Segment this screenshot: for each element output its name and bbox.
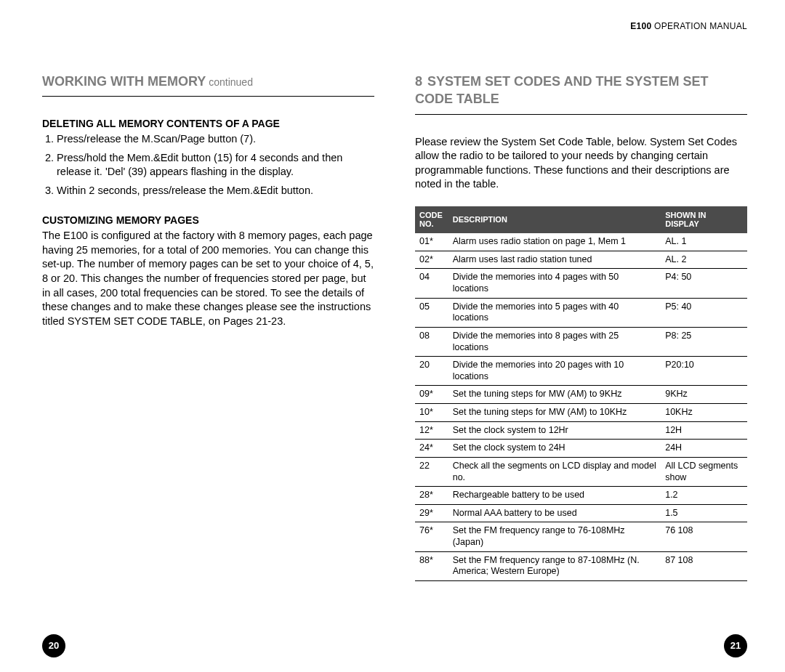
columns: WORKING WITH MEMORY continued DELETING A… bbox=[42, 73, 747, 581]
cell-disp: 9KHz bbox=[661, 386, 747, 404]
cell-disp: 12H bbox=[661, 421, 747, 440]
cell-disp: P8: 25 bbox=[661, 327, 747, 356]
cell-code: 24* bbox=[415, 440, 448, 458]
table-row: 22Check all the segments on LCD display … bbox=[415, 457, 747, 486]
cell-desc: Set the tuning steps for MW (AM) to 10KH… bbox=[448, 404, 661, 422]
cell-code: 01* bbox=[415, 233, 448, 251]
cell-code: 08 bbox=[415, 327, 448, 356]
table-row: 12*Set the clock system to 12Hr12H bbox=[415, 421, 747, 440]
page-number-right: 21 bbox=[724, 634, 747, 657]
table-row: 01*Alarm uses radio station on page 1, M… bbox=[415, 233, 747, 251]
table-row: 88*Set the FM frequency range to 87-108M… bbox=[415, 551, 747, 580]
table-row: 28*Rechargeable battery to be used1.2 bbox=[415, 487, 747, 505]
table-row: 09*Set the tuning steps for MW (AM) to 9… bbox=[415, 386, 747, 404]
cell-disp: AL. 1 bbox=[661, 233, 747, 251]
cell-code: 28* bbox=[415, 487, 448, 505]
right-heading-main: SYSTEM SET CODES AND THE SYSTEM SET CODE… bbox=[415, 74, 708, 106]
cell-disp: P20:10 bbox=[661, 357, 747, 386]
cell-desc: Alarm uses last radio station tuned bbox=[448, 251, 661, 269]
subhead-customize: CUSTOMIZING MEMORY PAGES bbox=[42, 214, 374, 227]
delete-steps: Press/release the M.Scan/Page button (7)… bbox=[42, 132, 374, 198]
page-number-left: 20 bbox=[42, 634, 65, 657]
cell-code: 22 bbox=[415, 457, 448, 486]
th-disp: SHOWN IN DISPLAY bbox=[661, 206, 747, 233]
delete-step-3: Within 2 seconds, press/release the Mem.… bbox=[57, 184, 374, 198]
table-row: 20Divide the memories into 20 pages with… bbox=[415, 357, 747, 386]
cell-disp: AL. 2 bbox=[661, 251, 747, 269]
para-customize: The E100 is configured at the factory wi… bbox=[42, 229, 374, 328]
cell-code: 88* bbox=[415, 551, 448, 580]
cell-desc: Check all the segments on LCD display an… bbox=[448, 457, 661, 486]
cell-desc: Set the tuning steps for MW (AM) to 9KHz bbox=[448, 386, 661, 404]
cell-code: 29* bbox=[415, 504, 448, 522]
cell-desc: Rechargeable battery to be used bbox=[448, 487, 661, 505]
table-row: 24*Set the clock system to 24H24H bbox=[415, 440, 747, 458]
table-row: 10*Set the tuning steps for MW (AM) to 1… bbox=[415, 404, 747, 422]
cell-code: 05 bbox=[415, 298, 448, 327]
cell-desc: Set the clock system to 24H bbox=[448, 440, 661, 458]
cell-disp: 87 108 bbox=[661, 551, 747, 580]
cell-code: 20 bbox=[415, 357, 448, 386]
table-row: 29*Normal AAA battery to be used1.5 bbox=[415, 504, 747, 522]
subhead-delete: DELETING ALL MEMORY CONTENTS OF A PAGE bbox=[42, 117, 374, 131]
cell-desc: Set the FM frequency range to 76-108MHz … bbox=[448, 522, 661, 551]
header-line: E100 OPERATION MANUAL bbox=[630, 20, 747, 32]
table-row: 76*Set the FM frequency range to 76-108M… bbox=[415, 522, 747, 551]
cell-code: 02* bbox=[415, 251, 448, 269]
delete-step-1: Press/release the M.Scan/Page button (7)… bbox=[57, 132, 374, 147]
cell-desc: Set the FM frequency range to 87-108MHz … bbox=[448, 551, 661, 580]
table-row: 08Divide the memories into 8 pages with … bbox=[415, 327, 747, 356]
table-row: 04Divide the memories into 4 pages with … bbox=[415, 269, 747, 298]
left-section-heading: WORKING WITH MEMORY continued bbox=[42, 73, 374, 97]
cell-code: 12* bbox=[415, 421, 448, 440]
cell-disp: 10KHz bbox=[661, 404, 747, 422]
cell-disp: 76 108 bbox=[661, 522, 747, 551]
cell-disp: 1.2 bbox=[661, 487, 747, 505]
th-desc: DESCRIPTION bbox=[448, 206, 661, 233]
cell-desc: Divide the memories into 5 pages with 40… bbox=[448, 298, 661, 327]
cell-desc: Alarm uses radio station on page 1, Mem … bbox=[448, 233, 661, 251]
cell-code: 09* bbox=[415, 386, 448, 404]
left-heading-cont: continued bbox=[206, 76, 253, 88]
cell-code: 04 bbox=[415, 269, 448, 298]
cell-desc: Divide the memories into 8 pages with 25… bbox=[448, 327, 661, 356]
code-table: CODE NO. DESCRIPTION SHOWN IN DISPLAY 01… bbox=[415, 206, 747, 581]
delete-step-2: Press/hold the Mem.&Edit button (15) for… bbox=[57, 151, 374, 179]
left-column: WORKING WITH MEMORY continued DELETING A… bbox=[42, 73, 374, 581]
cell-code: 76* bbox=[415, 522, 448, 551]
table-row: 05Divide the memories into 5 pages with … bbox=[415, 298, 747, 327]
cell-disp: P5: 40 bbox=[661, 298, 747, 327]
cell-disp: 1.5 bbox=[661, 504, 747, 522]
right-column: 8 SYSTEM SET CODES AND THE SYSTEM SET CO… bbox=[415, 73, 747, 581]
table-row: 02*Alarm uses last radio station tunedAL… bbox=[415, 251, 747, 269]
cell-disp: All LCD segments show bbox=[661, 457, 747, 486]
cell-disp: P4: 50 bbox=[661, 269, 747, 298]
cell-desc: Normal AAA battery to be used bbox=[448, 504, 661, 522]
cell-desc: Set the clock system to 12Hr bbox=[448, 421, 661, 440]
cell-disp: 24H bbox=[661, 440, 747, 458]
th-code: CODE NO. bbox=[415, 206, 448, 233]
cell-desc: Divide the memories into 4 pages with 50… bbox=[448, 269, 661, 298]
right-section-heading: 8 SYSTEM SET CODES AND THE SYSTEM SET CO… bbox=[415, 73, 747, 115]
right-heading-num: 8 bbox=[415, 74, 422, 89]
header-model: E100 bbox=[630, 21, 651, 31]
left-heading-main: WORKING WITH MEMORY bbox=[42, 74, 206, 89]
right-intro: Please review the System Set Code Table,… bbox=[415, 135, 747, 192]
cell-code: 10* bbox=[415, 404, 448, 422]
cell-desc: Divide the memories into 20 pages with 1… bbox=[448, 357, 661, 386]
header-rest: OPERATION MANUAL bbox=[654, 21, 747, 31]
